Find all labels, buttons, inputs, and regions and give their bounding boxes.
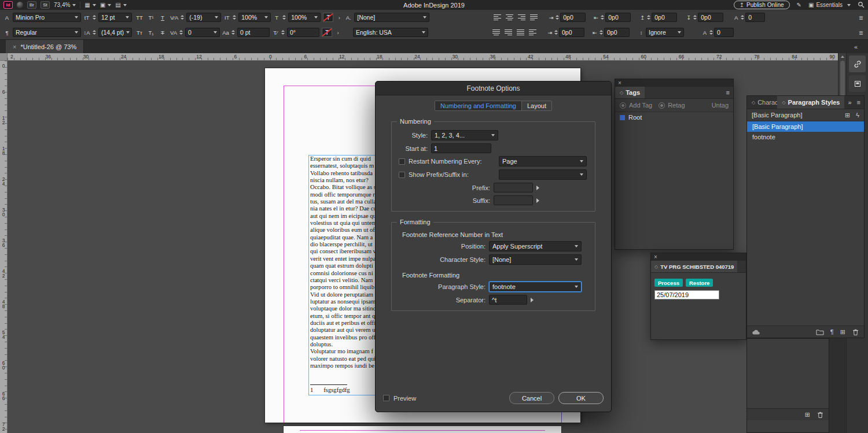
justify-left-button[interactable] [528,12,539,23]
restart-numbering-checkbox[interactable] [399,158,405,165]
document-tab[interactable]: × *Untitled-26 @ 73% [6,40,84,53]
stroke-panel-icon[interactable] [849,75,866,92]
scroll-up-arrow[interactable] [841,55,844,58]
close-icon[interactable]: × [654,254,657,260]
create-new-icon[interactable]: ⊞ [805,412,810,418]
right-indent-field[interactable]: 0p0 [605,13,631,22]
baseline-shift-field[interactable]: 0 pt [237,28,270,37]
space-after-stepper[interactable] [693,15,697,20]
redefine-style-icon[interactable]: ⊞ [845,112,850,119]
panel-toggle-icon[interactable]: ◇ [620,90,623,95]
tags-panel-tab[interactable]: ◇Tags [615,87,645,98]
left-indent-stepper[interactable] [556,15,559,20]
type-style-button[interactable]: T [157,13,168,22]
dialog-tab[interactable]: Layout [521,101,551,110]
font-family-combo[interactable]: Minion Pro [13,13,81,22]
prefix-menu-arrow-icon[interactable] [536,186,539,190]
add-tag-label[interactable]: Add Tag [629,102,652,109]
delete-style-icon[interactable] [852,328,859,336]
collapse-dock-icon[interactable]: « [854,43,858,50]
leading-stepper[interactable] [93,30,96,35]
kerning-stepper[interactable] [181,15,184,20]
horizontal-ruler[interactable]: 2363024181260612182430364248546066727884… [8,53,838,61]
dialog-tab[interactable]: Numbering and Formatting [435,101,521,110]
paragraph-formatting-icon[interactable]: ¶ [3,29,10,36]
tracking-combo[interactable]: 0 [185,28,220,37]
position-dropdown[interactable]: Apply Superscript [489,241,582,251]
style-list-item[interactable]: footnote [747,132,864,142]
expander-icon[interactable]: › [336,14,343,21]
zoom-level-dropdown[interactable]: 73,4% [54,2,76,8]
cancel-button[interactable]: Cancel [509,392,554,404]
style-list-item[interactable]: [Basic Paragraph] [747,121,864,132]
paragraph-styles-tab[interactable]: ◇Paragraph Styles [777,96,844,109]
date-input[interactable] [654,290,719,299]
font-size-stepper[interactable] [93,15,96,20]
panel-toggle-icon[interactable]: ◇ [654,264,658,269]
restart-every-dropdown[interactable]: Page [499,156,587,166]
first-line-indent-stepper[interactable] [554,30,558,35]
vertical-scale-stepper[interactable] [233,15,236,20]
numbering-style-dropdown[interactable]: 1, 2, 3, 4... [431,130,498,140]
screen-mode-dropdown[interactable]: ▤ [115,2,126,8]
publish-online-button[interactable]: ↥Publish Online [734,1,790,9]
character-styles-tab[interactable]: ◇Charac [747,96,777,109]
style-override-highlighter-icon[interactable]: ϟ [856,112,859,119]
justify-right-button[interactable] [503,27,514,38]
horizontal-scale-combo[interactable]: 100% [288,13,321,22]
preview-checkbox[interactable] [383,395,389,401]
expand-panel-icon[interactable]: » [848,99,851,106]
skew-field[interactable]: 0° [287,28,319,37]
space-before-stepper[interactable] [647,15,650,20]
character-fill-swatch[interactable]: T [323,13,333,22]
left-indent-field[interactable]: 0p0 [560,13,586,22]
type-style-button[interactable]: T¹ [146,13,156,22]
align-towards-spine-button[interactable] [527,27,538,38]
span-columns-dropdown[interactable]: Ignore [646,28,684,37]
style-group-folder-icon[interactable] [816,329,824,335]
clear-overrides-icon[interactable]: ¶ [830,329,834,335]
dialog-title[interactable]: Footnote Options [376,82,611,95]
right-indent-stepper[interactable] [601,15,604,20]
close-icon[interactable]: × [13,43,16,50]
align-left-button[interactable] [492,12,503,23]
kerning-combo[interactable]: (-19) [186,13,221,22]
suffix-menu-arrow-icon[interactable] [536,198,539,203]
create-new-style-icon[interactable]: ⊞ [840,329,845,335]
retag-radio[interactable] [659,102,665,109]
tag-list-item-root[interactable]: Root [615,112,733,123]
font-style-combo[interactable]: Regular [13,28,81,37]
tv-prg-panel-tab[interactable]: ◇TV PRG SCHIBSTED 040719 [651,261,737,272]
restore-button[interactable]: Restore [686,279,713,287]
drop-cap-chars-stepper[interactable] [709,30,713,35]
bridge-button[interactable]: Br [27,1,36,9]
cc-library-cloud-icon[interactable] [752,329,760,335]
last-line-indent-stepper[interactable] [599,30,603,35]
drop-cap-chars-field[interactable]: 0 [714,28,734,37]
separator-menu-arrow-icon[interactable] [531,298,534,302]
type-style-button[interactable]: Tт [134,28,145,37]
ok-button[interactable]: OK [558,392,604,404]
start-at-input[interactable] [431,143,491,153]
left-margin-guide[interactable] [284,86,284,423]
paragraph-style-dropdown[interactable]: footnote [489,282,582,292]
panel-menu-icon[interactable]: ≣ [858,14,865,21]
ruler-origin[interactable] [0,53,8,61]
character-style-dropdown[interactable]: [None] [489,254,582,265]
suffix-input[interactable] [494,195,533,205]
untag-button[interactable]: Untag [712,102,729,109]
first-line-indent-field[interactable]: 0p0 [559,28,584,37]
add-tag-radio[interactable] [620,102,626,109]
vertical-scale-combo[interactable]: 100% [238,13,271,22]
drop-cap-lines-field[interactable]: 0 [745,13,765,22]
delete-icon[interactable] [816,411,824,419]
search-icon[interactable] [858,0,865,10]
justify-all-button[interactable] [515,27,526,38]
vertical-ruler[interactable]: 061218243036424854606672 [0,61,8,433]
align-right-button[interactable] [516,12,527,23]
language-combo[interactable]: English: USA [353,28,428,37]
links-panel-icon[interactable] [849,55,866,72]
view-options-dropdown[interactable]: ▣ [100,2,111,8]
panel-menu-icon[interactable]: ≡ [857,99,860,106]
process-button[interactable]: Process [654,279,683,287]
